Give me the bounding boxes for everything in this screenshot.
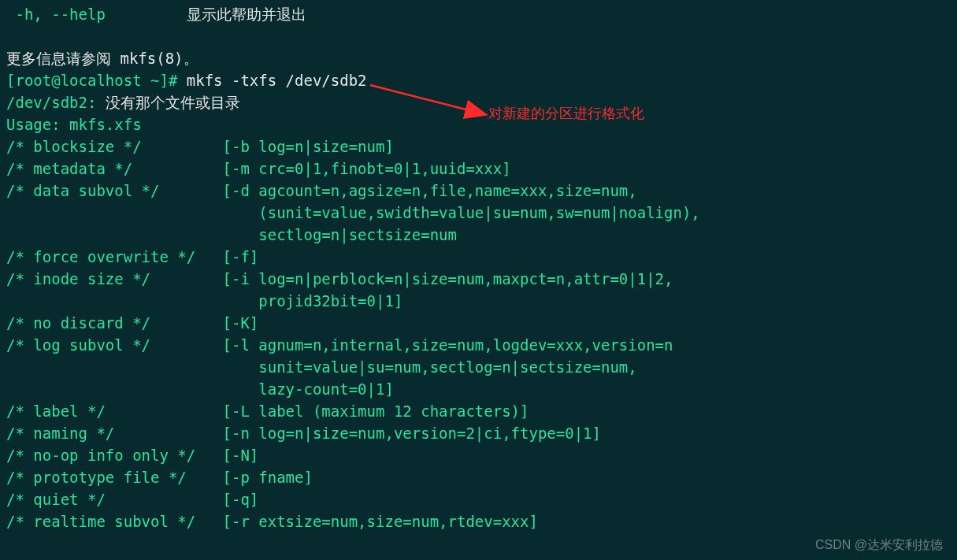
terminal-line: /dev/sdb2: 没有那个文件或目录	[6, 91, 951, 113]
terminal-line: /* metadata */ [-m crc=0|1,finobt=0|1,uu…	[6, 158, 951, 180]
terminal-line: lazy-count=0|1]	[6, 378, 951, 400]
terminal-segment: /* prototype file */ [-p fname]	[6, 469, 313, 486]
terminal-segment: 显示此帮助并退出	[187, 6, 306, 23]
terminal-segment: 更多信息请参阅 mkfs(8)。	[6, 50, 198, 67]
terminal-segment: /* inode size */ [-i log=n|perblock=n|si…	[6, 270, 673, 287]
terminal-segment: /* force overwrite */ [-f]	[6, 248, 258, 265]
terminal-segment: /* log subvol */ [-l agnum=n,internal,si…	[6, 336, 673, 354]
terminal-segment: (sunit=value,swidth=value|su=num,sw=num|…	[6, 204, 700, 221]
terminal-line: /* blocksize */ [-b log=n|size=num]	[6, 135, 951, 158]
terminal-segment: /* no discard */ [-K]	[6, 314, 258, 332]
terminal-line: /* prototype file */ [-p fname]	[6, 466, 951, 488]
terminal-output: -h, --help 显示此帮助并退出 更多信息请参阅 mkfs(8)。[roo…	[0, 0, 957, 532]
terminal-segment: Usage: mkfs.xfs	[6, 116, 142, 133]
terminal-line: /* realtime subvol */ [-r extsize=num,si…	[6, 510, 951, 532]
terminal-line: /* no-op info only */ [-N]	[6, 444, 951, 466]
terminal-line: (sunit=value,swidth=value|su=num,sw=num|…	[6, 202, 951, 224]
terminal-segment: /* data subvol */ [-d agcount=n,agsize=n…	[6, 182, 637, 199]
terminal-line: /* force overwrite */ [-f]	[6, 246, 951, 268]
terminal-line: /* inode size */ [-i log=n|perblock=n|si…	[6, 268, 951, 290]
terminal-segment: sectlog=n|sectsize=num	[6, 226, 457, 243]
terminal-segment: 没有那个文件或目录	[106, 94, 240, 111]
terminal-segment: /* label */ [-L label (maximum 12 charac…	[6, 402, 529, 420]
terminal-line: [root@localhost ~]# mkfs -txfs /dev/sdb2	[6, 69, 951, 91]
terminal-segment: /* realtime subvol */ [-r extsize=num,si…	[6, 513, 538, 530]
terminal-line: /* log subvol */ [-l agnum=n,internal,si…	[6, 334, 951, 356]
watermark: CSDN @达米安利拉德	[815, 537, 943, 554]
terminal-line: sectlog=n|sectsize=num	[6, 224, 951, 246]
terminal-line: sunit=value|su=num,sectlog=n|sectsize=nu…	[6, 356, 951, 378]
terminal-line: 更多信息请参阅 mkfs(8)。	[6, 47, 951, 69]
terminal-segment: mkfs -txfs /dev/sdb2	[187, 72, 367, 89]
terminal-segment: /* no-op info only */ [-N]	[6, 447, 258, 464]
terminal-segment: sunit=value|su=num,sectlog=n|sectsize=nu…	[6, 358, 637, 376]
terminal-segment: projid32bit=0|1]	[6, 292, 402, 310]
terminal-line: projid32bit=0|1]	[6, 290, 951, 312]
terminal-segment: -h, --help	[6, 6, 187, 23]
terminal-line: Usage: mkfs.xfs	[6, 113, 951, 135]
terminal-line: /* quiet */ [-q]	[6, 488, 951, 510]
terminal-segment: /dev/sdb2:	[6, 94, 106, 111]
terminal-segment: /* quiet */ [-q]	[6, 491, 258, 508]
terminal-segment: [root@localhost ~]#	[6, 72, 187, 89]
terminal-line: /* label */ [-L label (maximum 12 charac…	[6, 400, 951, 422]
terminal-segment: /* metadata */ [-m crc=0|1,finobt=0|1,uu…	[6, 160, 511, 177]
terminal-line	[6, 25, 951, 47]
terminal-segment: /* blocksize */ [-b log=n|size=num]	[6, 138, 394, 155]
terminal-segment: lazy-count=0|1]	[6, 380, 394, 398]
terminal-segment: /* naming */ [-n log=n|size=num,version=…	[6, 425, 601, 442]
terminal-line: /* data subvol */ [-d agcount=n,agsize=n…	[6, 180, 951, 202]
terminal-line: /* naming */ [-n log=n|size=num,version=…	[6, 422, 951, 444]
terminal-line: /* no discard */ [-K]	[6, 312, 951, 334]
terminal-line: -h, --help 显示此帮助并退出	[6, 3, 951, 25]
